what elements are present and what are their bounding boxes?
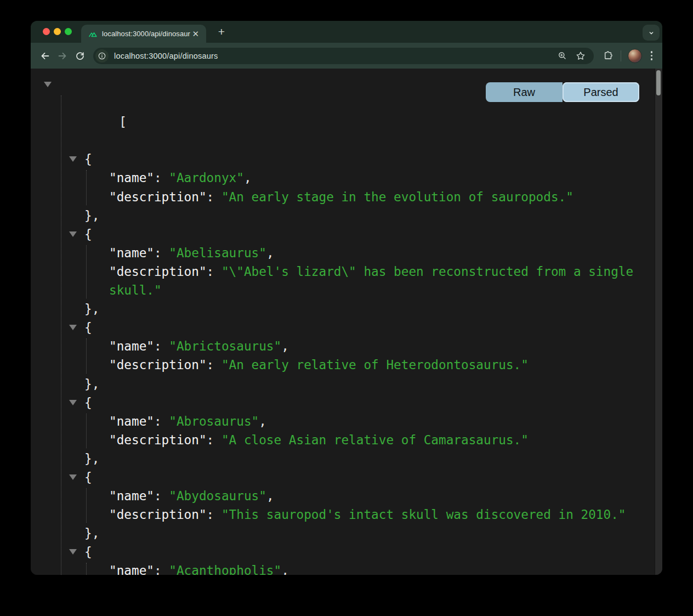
json-object-open-row: { — [31, 468, 655, 487]
page-content: Raw Parsed [ {"name": "Aardonyx","descri… — [31, 69, 662, 575]
address-bar[interactable]: localhost:3000/api/dinosaurs — [93, 48, 594, 64]
collapse-toggle-icon[interactable] — [69, 474, 77, 480]
property-key: "name" — [109, 171, 154, 185]
string-value: "An early relative of Heterodontosaurus.… — [221, 358, 529, 372]
json-property-description: "description": "An early stage in the ev… — [31, 188, 655, 206]
comma: , — [281, 563, 289, 575]
collapse-toggle-icon[interactable] — [44, 82, 52, 87]
json-object-close-row: }, — [31, 375, 655, 393]
colon: : — [207, 507, 221, 522]
collapse-toggle-icon[interactable] — [69, 400, 77, 405]
object-open-brace: { — [84, 395, 92, 410]
profile-avatar[interactable] — [628, 49, 642, 63]
active-tab[interactable]: localhost:3000/api/dinosaurs ✕ — [81, 25, 206, 43]
comma: , — [266, 489, 274, 503]
view-toggle: Raw Parsed — [486, 82, 639, 102]
json-object-close-row: }, — [31, 524, 655, 542]
property-key: "name" — [109, 489, 154, 503]
property-key: "name" — [109, 563, 154, 575]
close-window-button[interactable] — [43, 28, 50, 35]
colon: : — [154, 171, 169, 185]
colon: : — [154, 563, 169, 575]
colon: : — [154, 489, 169, 503]
json-object-close-row: }, — [31, 299, 655, 318]
json-object-open-row: { — [31, 318, 655, 337]
colon: : — [154, 414, 169, 428]
collapse-toggle-icon[interactable] — [69, 231, 77, 237]
favicon-mountains-icon — [88, 29, 98, 38]
object-close-brace: }, — [84, 526, 99, 540]
json-entry: {"name": "Abrosaurus","description": "A … — [31, 393, 655, 468]
extensions-puzzle-icon[interactable] — [603, 50, 614, 61]
toolbar-separator — [621, 50, 621, 61]
string-value: "Abrosaurus" — [169, 414, 259, 428]
string-value: "Abelisaurus" — [169, 246, 266, 260]
comma: , — [244, 171, 252, 185]
colon: : — [207, 190, 221, 204]
tab-title: localhost:3000/api/dinosaurs — [102, 30, 190, 38]
json-property-name: "name": "Acanthopholis", — [31, 561, 655, 575]
comma: , — [266, 246, 274, 260]
tab-close-icon[interactable]: ✕ — [190, 29, 201, 39]
collapse-toggle-icon[interactable] — [69, 325, 77, 330]
object-open-brace: { — [84, 545, 92, 559]
json-object-close-row: }, — [31, 206, 655, 225]
array-open-bracket: [ — [119, 115, 127, 129]
back-button[interactable] — [36, 47, 54, 65]
json-property-description: "description": "\"Abel's lizard\" has be… — [31, 262, 655, 299]
colon: : — [207, 358, 221, 372]
json-object-open-row: { — [31, 542, 655, 561]
minimize-window-button[interactable] — [54, 28, 61, 35]
string-value: "An early stage in the evolution of saur… — [221, 190, 573, 204]
property-key: "description" — [109, 190, 207, 204]
menu-kebab-icon[interactable] — [649, 51, 655, 60]
object-open-brace: { — [84, 152, 92, 166]
property-key: "description" — [109, 507, 207, 522]
string-value: "Abrictosaurus" — [169, 339, 281, 353]
property-key: "description" — [109, 264, 207, 279]
zoom-icon[interactable] — [557, 50, 567, 61]
json-property-description: "description": "An early relative of Het… — [31, 355, 655, 374]
reload-button[interactable] — [71, 47, 89, 65]
maximize-window-button[interactable] — [65, 28, 72, 35]
new-tab-button[interactable]: + — [215, 25, 228, 38]
scrollbar-thumb[interactable] — [656, 70, 661, 95]
scrollbar-track[interactable] — [655, 69, 662, 575]
json-object-open-row: { — [31, 150, 655, 168]
json-entry: {"name": "Abelisaurus","description": "\… — [31, 225, 655, 318]
collapse-toggle-icon[interactable] — [69, 549, 77, 555]
string-value: "Abydosaurus" — [169, 489, 266, 503]
tab-strip: localhost:3000/api/dinosaurs ✕ + — [31, 21, 662, 43]
json-property-name: "name": "Aardonyx", — [31, 168, 655, 187]
traffic-lights — [43, 28, 72, 35]
string-value: "Aardonyx" — [169, 171, 244, 185]
json-entry: {"name": "Abrictosaurus","description": … — [31, 318, 655, 393]
object-close-brace: }, — [84, 377, 99, 391]
raw-button[interactable]: Raw — [486, 82, 563, 102]
json-tree: [ {"name": "Aardonyx","description": "An… — [31, 69, 655, 575]
collapse-toggle-icon[interactable] — [69, 156, 77, 162]
forward-button[interactable] — [54, 47, 71, 65]
bookmark-star-icon[interactable] — [575, 50, 586, 61]
url-text: localhost:3000/api/dinosaurs — [114, 52, 557, 60]
json-object-close-row: }, — [31, 449, 655, 468]
browser-window: localhost:3000/api/dinosaurs ✕ + — [31, 21, 662, 575]
json-object-open-row: { — [31, 225, 655, 244]
json-property-description: "description": "A close Asian relative o… — [31, 431, 655, 449]
browser-toolbar: localhost:3000/api/dinosaurs — [31, 43, 662, 69]
property-key: "description" — [109, 433, 207, 447]
object-close-brace: }, — [84, 451, 99, 466]
property-key: "name" — [109, 414, 154, 428]
comma: , — [259, 414, 266, 428]
colon: : — [207, 433, 221, 447]
object-open-brace: { — [84, 470, 92, 484]
parsed-button[interactable]: Parsed — [563, 82, 639, 102]
property-key: "name" — [109, 339, 154, 353]
tab-search-button[interactable] — [643, 25, 660, 41]
object-open-brace: { — [84, 227, 92, 241]
colon: : — [207, 264, 221, 279]
json-entry: {"name": "Aardonyx","description": "An e… — [31, 150, 655, 224]
property-key: "description" — [109, 358, 207, 372]
site-info-icon[interactable] — [95, 49, 109, 63]
object-close-brace: }, — [84, 302, 99, 316]
